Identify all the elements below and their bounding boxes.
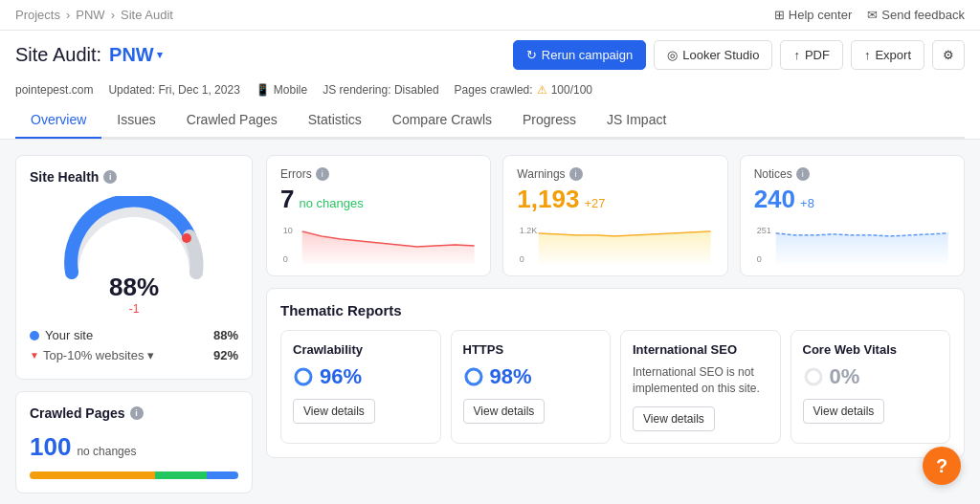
page-title: Site Audit: PNW ▾ [15, 44, 163, 66]
international-seo-view-details-button[interactable]: View details [633, 406, 715, 431]
crawlability-ring-icon [293, 366, 314, 387]
errors-info-icon[interactable]: i [316, 167, 329, 181]
help-center-label: Help center [789, 8, 852, 22]
send-feedback-label: Send feedback [881, 8, 965, 22]
top-bar-actions: ⊞ Help center ✉ Send feedback [774, 8, 965, 22]
gauge-legend: Your site 88% ▼ Top-10% websites ▾ 92% [30, 325, 238, 365]
domain: pointepest.com [15, 83, 93, 97]
meta-bar: pointepest.com Updated: Fri, Dec 1, 2023… [15, 77, 965, 102]
js-rendering: JS rendering: Disabled [323, 83, 438, 97]
breadcrumb-sep1: › [66, 8, 70, 22]
pdf-button[interactable]: ↑ PDF [780, 40, 843, 70]
help-fab-button[interactable]: ? [923, 447, 961, 485]
rerun-campaign-button[interactable]: ↻ Rerun campaign [513, 40, 646, 70]
notices-value: 240 +8 [754, 185, 950, 214]
core-web-vitals-ring-icon [803, 366, 824, 387]
notices-info-icon[interactable]: i [796, 167, 810, 181]
export-button[interactable]: ↑ Export [851, 40, 924, 70]
breadcrumb-projects[interactable]: Projects [15, 8, 60, 22]
tab-compare-crawls[interactable]: Compare Crawls [377, 102, 507, 139]
rerun-label: Rerun campaign [542, 48, 633, 62]
warning-icon: ⚠ [537, 83, 547, 97]
international-seo-desc: International SEO is not implemented on … [633, 364, 768, 397]
tab-overview[interactable]: Overview [15, 102, 101, 139]
feedback-icon: ✉ [867, 8, 878, 22]
right-column: Errors i 7 no changes [266, 155, 965, 493]
chevron-down-icon: ▾ [157, 49, 163, 61]
crawlability-view-details-button[interactable]: View details [293, 399, 375, 424]
export-icon: ↑ [864, 48, 871, 62]
https-percent: 98% [463, 364, 599, 389]
thematic-core-web-vitals: Core Web Vitals 0% View details [791, 330, 951, 444]
svg-point-10 [466, 369, 481, 384]
warnings-chart: 1.2K 0 [517, 222, 713, 264]
tab-issues[interactable]: Issues [101, 102, 170, 139]
looker-studio-button[interactable]: ◎ Looker Studio [654, 40, 772, 70]
top-bar: Projects › PNW › Site Audit ⊞ Help cente… [0, 0, 980, 31]
device-info: 📱 Mobile [256, 83, 307, 97]
metrics-row: Errors i 7 no changes [266, 155, 965, 276]
notices-chart: 251 0 [754, 222, 950, 264]
triangle-down-icon: ▼ [30, 350, 39, 361]
looker-icon: ◎ [667, 48, 678, 62]
crawled-pages-info-icon[interactable]: i [130, 406, 144, 420]
site-health-title: Site Health i [30, 169, 238, 185]
mobile-icon: 📱 [256, 83, 270, 97]
international-seo-title: International SEO [633, 342, 768, 357]
crawled-pages-title: Crawled Pages i [30, 405, 238, 421]
core-web-vitals-percent: 0% [803, 364, 939, 389]
bar-other [207, 471, 238, 479]
svg-text:10: 10 [283, 226, 293, 235]
updated-date: Updated: Fri, Dec 1, 2023 [108, 83, 239, 97]
device-label: Mobile [274, 83, 307, 97]
tab-progress[interactable]: Progress [507, 102, 591, 139]
your-site-label: Your site [45, 328, 93, 342]
gauge-chart [57, 196, 211, 282]
crawled-pages-bar [30, 471, 238, 479]
pdf-label: PDF [805, 48, 830, 62]
header-top: Site Audit: PNW ▾ ↻ Rerun campaign ◎ Loo… [15, 40, 965, 70]
bar-ok [155, 471, 208, 479]
crawled-pages-card: Crawled Pages i 100 no changes [15, 391, 253, 493]
svg-text:0: 0 [283, 254, 288, 264]
svg-text:0: 0 [756, 254, 761, 264]
warnings-info-icon[interactable]: i [569, 167, 583, 181]
errors-card: Errors i 7 no changes [266, 155, 491, 276]
tab-crawled-pages[interactable]: Crawled Pages [171, 102, 293, 139]
svg-point-0 [182, 233, 191, 243]
project-name: PNW [109, 44, 154, 66]
thematic-reports-card: Thematic Reports Crawlability 96% View d… [266, 288, 965, 458]
pages-crawled: Pages crawled: ⚠ 100/100 [455, 83, 592, 97]
warnings-delta: +27 [584, 196, 605, 210]
settings-button[interactable]: ⚙ [932, 40, 965, 70]
breadcrumb: Projects › PNW › Site Audit [15, 8, 173, 22]
svg-text:1.2K: 1.2K [520, 226, 538, 235]
warnings-label: Warnings i [517, 167, 713, 181]
send-feedback-link[interactable]: ✉ Send feedback [867, 8, 965, 22]
help-center-link[interactable]: ⊞ Help center [774, 8, 852, 22]
tab-statistics[interactable]: Statistics [293, 102, 377, 139]
notices-card: Notices i 240 +8 251 [740, 155, 965, 276]
project-selector[interactable]: PNW ▾ [109, 44, 163, 66]
tab-js-impact[interactable]: JS Impact [591, 102, 681, 139]
crawlability-percent: 96% [293, 364, 429, 389]
breadcrumb-site-audit: Site Audit [121, 8, 173, 22]
crawled-value: 100 no changes [30, 432, 238, 462]
https-view-details-button[interactable]: View details [463, 399, 546, 424]
chevron-down-icon[interactable]: ▾ [147, 348, 154, 362]
your-site-value: 88% [213, 328, 238, 342]
looker-label: Looker Studio [682, 48, 759, 62]
core-web-vitals-view-details-button[interactable]: View details [803, 399, 885, 424]
core-web-vitals-title: Core Web Vitals [803, 342, 939, 357]
header: Site Audit: PNW ▾ ↻ Rerun campaign ◎ Loo… [0, 31, 980, 140]
thematic-international-seo: International SEO International SEO is n… [620, 330, 781, 444]
title-label: Site Audit: [15, 44, 101, 66]
errors-value: 7 no changes [280, 185, 477, 214]
navigation-tabs: Overview Issues Crawled Pages Statistics… [15, 102, 965, 139]
breadcrumb-pnw[interactable]: PNW [76, 8, 104, 22]
header-buttons: ↻ Rerun campaign ◎ Looker Studio ↑ PDF ↑… [513, 40, 965, 70]
site-health-info-icon[interactable]: i [103, 170, 117, 184]
warnings-value: 1,193 +27 [517, 185, 713, 214]
help-icon: ⊞ [774, 8, 785, 22]
notices-delta: +8 [800, 196, 814, 210]
